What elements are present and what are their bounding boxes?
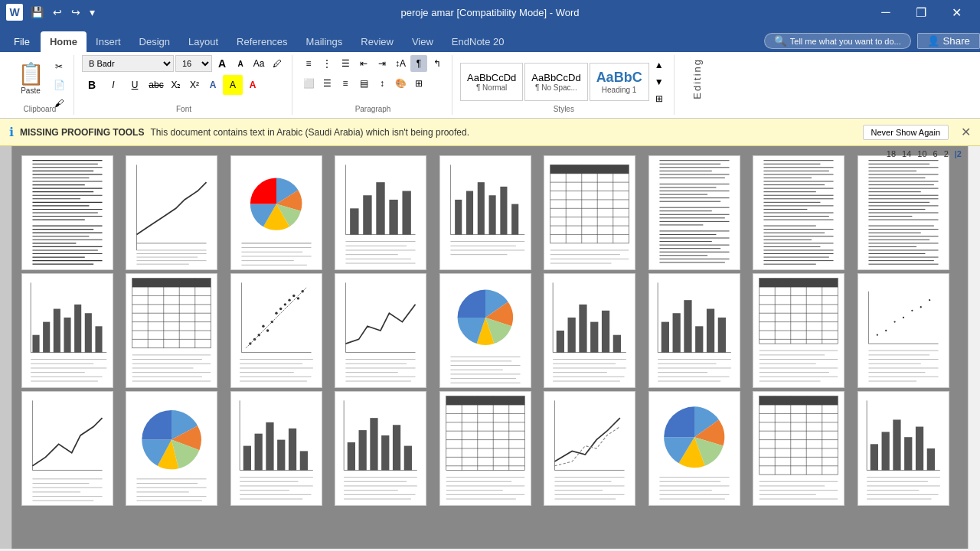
numbering-button[interactable]: ⋮ xyxy=(318,55,335,72)
shading-button[interactable]: 🎨 xyxy=(392,75,409,92)
grow-font-button[interactable]: A xyxy=(214,55,230,72)
subscript-button[interactable]: X₂ xyxy=(168,77,185,93)
thumb-25[interactable] xyxy=(648,391,740,506)
thumb-23[interactable] xyxy=(439,391,531,506)
redo-button[interactable]: ↪ xyxy=(68,5,83,20)
thumb-7[interactable] xyxy=(648,155,740,270)
svg-rect-52 xyxy=(403,191,411,235)
thumb-22[interactable] xyxy=(335,391,426,506)
superscript-button[interactable]: X² xyxy=(186,77,203,93)
change-case-button[interactable]: Aa xyxy=(250,55,267,72)
align-center-button[interactable]: ☰ xyxy=(318,75,335,92)
show-marks-button[interactable]: ¶ xyxy=(410,55,427,72)
scroll-current: |2 xyxy=(955,149,962,158)
style-heading1[interactable]: AaBbC Heading 1 xyxy=(590,63,649,101)
shrink-font-button[interactable]: A xyxy=(232,55,249,72)
border-button[interactable]: ⊞ xyxy=(410,75,427,92)
thumb-21[interactable] xyxy=(230,391,322,506)
share-button[interactable]: 👤 Share xyxy=(917,33,980,49)
thumb-9[interactable] xyxy=(858,155,949,270)
thumb-18[interactable] xyxy=(858,273,949,388)
underline-button[interactable]: U xyxy=(125,75,145,95)
vertical-scrollbar[interactable] xyxy=(968,146,980,549)
tab-view[interactable]: View xyxy=(403,31,443,52)
thumb-4[interactable] xyxy=(335,155,426,270)
paste-button[interactable]: 📋 Paste xyxy=(12,55,49,103)
clear-format-button[interactable]: 🖊 xyxy=(269,55,286,72)
styles-up-button[interactable]: ▲ xyxy=(651,57,668,73)
strikethrough-button[interactable]: abc xyxy=(146,75,166,95)
font-name-select[interactable]: B Badr xyxy=(82,55,174,72)
scroll-num-6: 6 xyxy=(933,149,938,158)
style-nospace[interactable]: AaBbCcDd ¶ No Spac... xyxy=(524,63,587,101)
tab-design[interactable]: Design xyxy=(130,31,179,52)
minimize-button[interactable]: ─ xyxy=(868,0,903,24)
text-color-button[interactable]: A xyxy=(244,77,261,93)
cut-button[interactable]: ✂ xyxy=(51,58,67,75)
thumb-13[interactable] xyxy=(335,273,426,388)
close-button[interactable]: ✕ xyxy=(939,0,974,24)
font-color-button[interactable]: A xyxy=(204,77,221,93)
thumb-2[interactable] xyxy=(126,155,217,270)
tab-endnote[interactable]: EndNote 20 xyxy=(443,31,514,52)
search-button[interactable]: 🔍 Tell me what you want to do... xyxy=(764,33,911,49)
style-normal[interactable]: AaBbCcDd ¶ Normal xyxy=(460,63,523,101)
font-size-select[interactable]: 16 xyxy=(175,55,212,72)
restore-button[interactable]: ❐ xyxy=(903,0,939,24)
decrease-indent-button[interactable]: ⇤ xyxy=(355,55,372,72)
style-normal-sublabel: ¶ Normal xyxy=(467,83,516,92)
tab-home[interactable]: Home xyxy=(41,31,87,52)
thumb-14[interactable] xyxy=(439,273,531,388)
tab-file[interactable]: File xyxy=(3,31,41,52)
never-show-button[interactable]: Never Show Again xyxy=(863,125,949,140)
thumb-26[interactable] xyxy=(753,391,844,506)
justify-button[interactable]: ▤ xyxy=(355,75,372,92)
align-right-button[interactable]: ≡ xyxy=(337,75,354,92)
tab-layout[interactable]: Layout xyxy=(179,31,227,52)
thumb-17[interactable] xyxy=(753,273,844,388)
thumb-26-svg xyxy=(753,392,844,505)
svg-point-226 xyxy=(262,325,264,328)
thumb-5[interactable] xyxy=(439,155,531,270)
thumb-16[interactable] xyxy=(648,273,740,388)
italic-button[interactable]: I xyxy=(103,75,123,95)
highlight-button[interactable]: A xyxy=(223,75,243,95)
svg-rect-367 xyxy=(404,446,412,471)
svg-rect-264 xyxy=(590,322,598,353)
thumb-15[interactable] xyxy=(544,273,635,388)
styles-down-button[interactable]: ▼ xyxy=(651,73,668,90)
thumb-10[interactable] xyxy=(21,273,113,388)
notification-close-button[interactable]: ✕ xyxy=(961,125,971,139)
thumb-3[interactable] xyxy=(230,155,322,270)
align-left-button[interactable]: ⬜ xyxy=(300,75,317,92)
window-title: peroje amar [Compatibility Mode] - Word xyxy=(400,7,579,18)
increase-indent-button[interactable]: ⇥ xyxy=(374,55,390,72)
thumb-12[interactable] xyxy=(230,273,322,388)
bullets-button[interactable]: ≡ xyxy=(300,55,317,72)
copy-button[interactable]: 📄 xyxy=(51,77,67,93)
thumb-24[interactable] xyxy=(544,391,635,506)
thumb-17-svg xyxy=(753,274,844,387)
thumb-8[interactable] xyxy=(753,155,844,270)
tab-references[interactable]: References xyxy=(227,31,296,52)
multilevel-button[interactable]: ☰ xyxy=(337,55,354,72)
tab-review[interactable]: Review xyxy=(351,31,403,52)
bold-button[interactable]: B xyxy=(82,75,102,95)
styles-expand-button[interactable]: ⊞ xyxy=(651,90,668,107)
thumb-19[interactable] xyxy=(21,391,113,506)
tab-insert[interactable]: Insert xyxy=(87,31,130,52)
save-button[interactable]: 💾 xyxy=(28,5,47,20)
tab-mailings[interactable]: Mailings xyxy=(297,31,352,52)
svg-rect-221 xyxy=(233,274,320,387)
sort-button[interactable]: ↕A xyxy=(392,55,409,72)
thumb-11[interactable] xyxy=(126,273,217,388)
rtl-button[interactable]: ↰ xyxy=(429,55,446,72)
thumb-27[interactable] xyxy=(858,391,949,506)
thumb-1[interactable] xyxy=(21,155,113,270)
thumb-20[interactable] xyxy=(126,391,217,506)
customize-button[interactable]: ▾ xyxy=(87,5,98,20)
undo-button[interactable]: ↩ xyxy=(50,5,65,20)
line-spacing-button[interactable]: ↕ xyxy=(374,75,390,92)
paste-label: Paste xyxy=(21,86,41,95)
thumb-6[interactable] xyxy=(544,155,635,270)
